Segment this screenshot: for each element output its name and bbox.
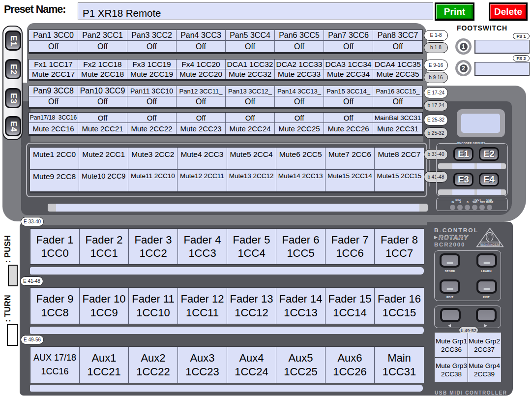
svg-text:BEHRINGER: BEHRINGER — [481, 243, 499, 246]
